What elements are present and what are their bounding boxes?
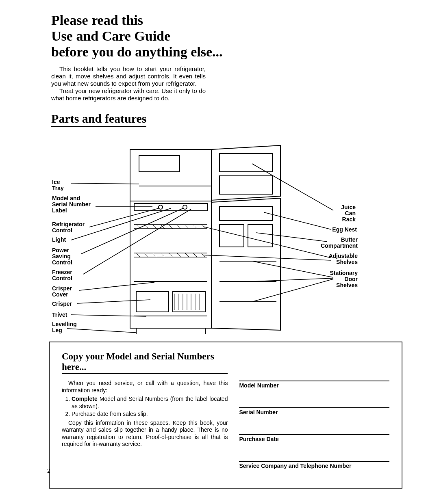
svg-line-61	[264, 212, 331, 229]
label-crisper-cover: CrisperCover	[52, 286, 72, 297]
label-egg-nest: Egg Nest	[330, 227, 357, 233]
info-right-column: Model Number Serial Number Purchase Date…	[239, 351, 389, 476]
info-left-column: Copy your Model and Serial Numbers here.…	[62, 351, 228, 476]
svg-line-21	[144, 253, 148, 257]
parts-diagram: IceTray Model andSerial NumberLabel Refr…	[49, 131, 358, 338]
info-paragraph-1: When you need service, or call with a qu…	[62, 380, 228, 394]
svg-line-27	[193, 253, 197, 257]
info-list-item-2: Purchase date from sales slip.	[72, 411, 228, 418]
label-power-saving-control: PowerSavingControl	[52, 247, 72, 265]
svg-line-54	[81, 208, 183, 254]
label-trivet: Trivet	[52, 312, 67, 318]
label-levelling-leg: LevellingLeg	[52, 321, 77, 333]
label-ice-tray: IceTray	[52, 179, 64, 191]
label-refrigerator-control: RefrigeratorControl	[52, 221, 85, 233]
svg-line-65	[252, 261, 333, 277]
label-stationary-door-shelves: StationaryDoorShelves	[325, 270, 358, 288]
svg-line-64	[203, 255, 331, 260]
svg-line-13	[152, 225, 156, 229]
svg-rect-44	[220, 206, 272, 221]
info-box-heading: Copy your Model and Serial Numbers here.…	[62, 351, 228, 374]
svg-rect-31	[173, 292, 205, 312]
svg-rect-46	[248, 225, 272, 247]
intro-paragraph-1: This booklet tells you how to start your…	[51, 65, 206, 87]
heading-line-2: Use and Care Guide	[51, 28, 170, 43]
svg-line-57	[77, 300, 150, 303]
serial-number-line[interactable]	[239, 396, 389, 408]
svg-line-59	[67, 329, 136, 333]
svg-line-22	[152, 253, 156, 257]
svg-line-60	[252, 164, 333, 210]
info-paragraph-2: Copy this information in these spaces. K…	[62, 420, 228, 448]
svg-line-62	[256, 233, 327, 242]
svg-rect-42	[220, 154, 272, 172]
svg-point-5	[159, 205, 163, 209]
label-freezer-control: FreezerControl	[52, 269, 72, 281]
svg-rect-2	[139, 156, 180, 172]
info-box-text: When you need service, or call with a qu…	[62, 380, 228, 448]
model-number-label: Model Number	[239, 382, 389, 389]
label-crisper: Crisper	[52, 301, 72, 307]
page-number: 2	[47, 467, 50, 474]
svg-line-50	[71, 183, 139, 184]
svg-line-25	[177, 253, 181, 257]
label-light: Light	[52, 237, 66, 243]
svg-rect-43	[220, 176, 272, 194]
service-company-line[interactable]	[239, 450, 389, 462]
heading-line-3: before you do anything else...	[51, 44, 223, 59]
svg-line-16	[177, 225, 181, 229]
svg-rect-30	[136, 292, 169, 312]
info-li1-bold: Complete	[72, 396, 98, 402]
heading-line-1: Please read this	[51, 13, 143, 28]
service-company-label: Service Company and Telephone Number	[239, 463, 389, 469]
serial-number-label: Serial Number	[239, 409, 389, 415]
intro-paragraph-2: Treat your new refrigerator with care. U…	[51, 87, 206, 102]
svg-line-15	[169, 225, 173, 229]
purchase-date-line[interactable]	[239, 423, 389, 435]
svg-line-24	[169, 253, 173, 257]
refrigerator-illustration	[49, 131, 358, 338]
svg-rect-4	[134, 203, 207, 211]
info-list-item-1: Complete Model and Serial Numbers (from …	[72, 396, 228, 410]
main-heading: Please read this Use and Care Guide befo…	[51, 12, 402, 60]
svg-point-6	[183, 205, 187, 209]
parts-features-heading: Parts and features	[51, 112, 146, 127]
svg-line-20	[136, 253, 140, 257]
label-adjustable-shelves: AdjustableShelves	[325, 253, 358, 265]
purchase-date-label: Purchase Date	[239, 436, 389, 442]
svg-line-17	[185, 225, 189, 229]
model-serial-info-box: Copy your Model and Serial Numbers here.…	[49, 342, 402, 489]
svg-line-26	[185, 253, 189, 257]
label-model-serial: Model andSerial NumberLabel	[52, 195, 91, 213]
svg-line-23	[161, 253, 165, 257]
label-juice-can-rack: JuiceCanRack	[333, 204, 356, 222]
svg-line-66	[252, 278, 333, 281]
label-butter-compartment: ButterCompartment	[317, 237, 358, 249]
svg-line-63	[203, 227, 331, 258]
intro-text: This booklet tells you how to start your…	[51, 65, 206, 102]
manual-page: Please read this Use and Care Guide befo…	[0, 0, 439, 504]
svg-line-56	[79, 282, 154, 290]
svg-line-18	[193, 225, 197, 229]
svg-line-67	[252, 279, 333, 302]
model-number-line[interactable]	[239, 369, 389, 381]
